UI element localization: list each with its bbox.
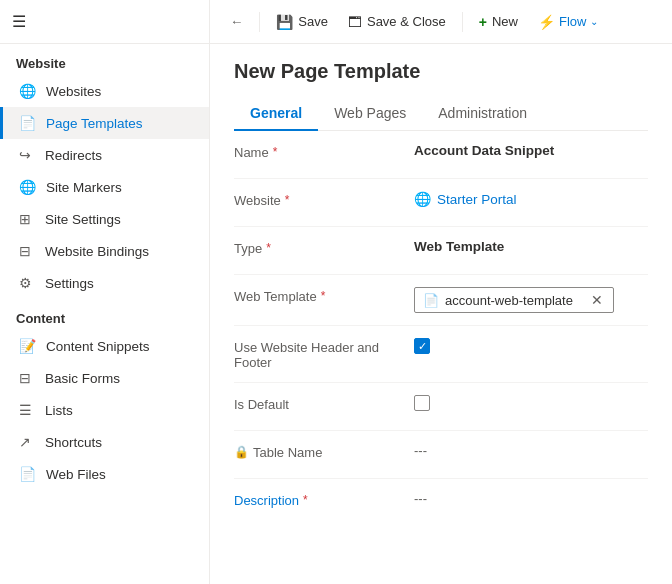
toolbar-divider-1	[259, 12, 260, 32]
is-default-label: Is Default	[234, 395, 414, 412]
description-required-star: *	[303, 493, 308, 507]
sidebar-item-site-markers-label: Site Markers	[46, 180, 122, 195]
globe-icon: 🌐	[19, 83, 36, 99]
sidebar-item-website-bindings[interactable]: ⊟ Website Bindings	[0, 235, 209, 267]
table-name-value: ---	[414, 443, 648, 458]
back-button[interactable]: ←	[222, 9, 251, 34]
back-icon: ←	[230, 14, 243, 29]
form-row-name: Name * Account Data Snippet	[234, 131, 648, 179]
flow-button[interactable]: ⚡ Flow ⌄	[530, 9, 606, 35]
globe-icon: 🌐	[414, 191, 431, 207]
lock-icon: 🔒	[234, 445, 249, 459]
type-required-star: *	[266, 241, 271, 255]
sidebar-section-content-label: Content	[0, 299, 209, 330]
name-value: Account Data Snippet	[414, 143, 648, 158]
is-default-checkbox[interactable]	[414, 395, 430, 411]
form-row-type: Type * Web Template	[234, 227, 648, 275]
save-label: Save	[298, 14, 328, 29]
description-dashes: ---	[414, 491, 427, 506]
sidebar-item-lists-label: Lists	[45, 403, 73, 418]
sidebar-item-page-templates-label: Page Templates	[46, 116, 143, 131]
save-icon: 💾	[276, 14, 293, 30]
snippets-icon: 📝	[19, 338, 36, 354]
sidebar-item-basic-forms[interactable]: ⊟ Basic Forms	[0, 362, 209, 394]
sidebar-section-website-label: Website	[0, 44, 209, 75]
sidebar-item-site-markers[interactable]: 🌐 Site Markers	[0, 171, 209, 203]
sidebar-item-shortcuts-label: Shortcuts	[45, 435, 102, 450]
sidebar: ☰ Website 🌐 Websites 📄 Page Templates ↪ …	[0, 0, 210, 584]
shortcuts-icon: ↗	[19, 434, 35, 450]
toolbar-divider-2	[462, 12, 463, 32]
sidebar-item-redirects[interactable]: ↪ Redirects	[0, 139, 209, 171]
sidebar-item-basic-forms-label: Basic Forms	[45, 371, 120, 386]
save-close-button[interactable]: 🗔 Save & Close	[340, 9, 454, 35]
sidebar-item-content-snippets[interactable]: 📝 Content Snippets	[0, 330, 209, 362]
name-required-star: *	[273, 145, 278, 159]
lists-icon: ☰	[19, 402, 35, 418]
hamburger-icon[interactable]: ☰	[12, 12, 26, 31]
sidebar-section-website: Website 🌐 Websites 📄 Page Templates ↪ Re…	[0, 44, 209, 299]
sidebar-header: ☰	[0, 0, 209, 44]
web-template-field[interactable]: 📄 account-web-template ✕	[414, 287, 614, 313]
web-template-required-star: *	[321, 289, 326, 303]
form-row-use-header-footer: Use Website Header and Footer ✓	[234, 326, 648, 383]
checkmark-icon: ✓	[418, 340, 427, 353]
sidebar-section-content: Content 📝 Content Snippets ⊟ Basic Forms…	[0, 299, 209, 490]
page-icon: 📄	[19, 115, 36, 131]
web-template-value: 📄 account-web-template ✕	[414, 287, 648, 313]
tab-general[interactable]: General	[234, 97, 318, 131]
sidebar-item-settings[interactable]: ⚙ Settings	[0, 267, 209, 299]
form-row-description: Description * ---	[234, 479, 648, 527]
tabs: General Web Pages Administration	[234, 97, 648, 131]
sidebar-item-website-bindings-label: Website Bindings	[45, 244, 149, 259]
website-label: Website *	[234, 191, 414, 208]
website-link-text: Starter Portal	[437, 192, 517, 207]
sidebar-item-websites[interactable]: 🌐 Websites	[0, 75, 209, 107]
form-row-table-name: 🔒 Table Name ---	[234, 431, 648, 479]
new-icon: +	[479, 14, 487, 30]
gear-icon: ⚙	[19, 275, 35, 291]
description-label: Description *	[234, 491, 414, 508]
toolbar: ← 💾 Save 🗔 Save & Close + New ⚡ Flow ⌄	[210, 0, 672, 44]
type-value: Web Template	[414, 239, 648, 254]
web-template-clear-button[interactable]: ✕	[589, 292, 605, 308]
use-header-footer-label: Use Website Header and Footer	[234, 338, 414, 370]
sidebar-item-lists[interactable]: ☰ Lists	[0, 394, 209, 426]
website-required-star: *	[285, 193, 290, 207]
web-files-icon: 📄	[19, 466, 36, 482]
sidebar-item-page-templates[interactable]: 📄 Page Templates	[0, 107, 209, 139]
sidebar-item-shortcuts[interactable]: ↗ Shortcuts	[0, 426, 209, 458]
sidebar-item-site-settings[interactable]: ⊞ Site Settings	[0, 203, 209, 235]
save-close-icon: 🗔	[348, 14, 362, 30]
web-template-label: Web Template *	[234, 287, 414, 304]
sidebar-item-websites-label: Websites	[46, 84, 101, 99]
description-value: ---	[414, 491, 648, 506]
save-close-label: Save & Close	[367, 14, 446, 29]
main-content: ← 💾 Save 🗔 Save & Close + New ⚡ Flow ⌄ N…	[210, 0, 672, 584]
type-label: Type *	[234, 239, 414, 256]
web-template-field-text: account-web-template	[445, 293, 583, 308]
sidebar-item-web-files[interactable]: 📄 Web Files	[0, 458, 209, 490]
sidebar-item-settings-label: Settings	[45, 276, 94, 291]
sidebar-item-web-files-label: Web Files	[46, 467, 106, 482]
sidebar-item-content-snippets-label: Content Snippets	[46, 339, 150, 354]
flow-label: Flow	[559, 14, 586, 29]
sidebar-item-redirects-label: Redirects	[45, 148, 102, 163]
redirect-icon: ↪	[19, 147, 35, 163]
form-area: Name * Account Data Snippet Website * 🌐 …	[234, 131, 648, 527]
flow-icon: ⚡	[538, 14, 555, 30]
use-header-footer-checkbox[interactable]: ✓	[414, 338, 430, 354]
is-default-value	[414, 395, 648, 411]
website-value[interactable]: 🌐 Starter Portal	[414, 191, 648, 207]
form-row-web-template: Web Template * 📄 account-web-template ✕	[234, 275, 648, 326]
table-name-label: 🔒 Table Name	[234, 443, 414, 460]
bindings-icon: ⊟	[19, 243, 35, 259]
tab-administration[interactable]: Administration	[422, 97, 543, 131]
table-name-dashes: ---	[414, 443, 427, 458]
save-button[interactable]: 💾 Save	[268, 9, 336, 35]
grid-icon: ⊞	[19, 211, 35, 227]
chevron-down-icon: ⌄	[590, 16, 598, 27]
forms-icon: ⊟	[19, 370, 35, 386]
new-button[interactable]: + New	[471, 9, 526, 35]
tab-web-pages[interactable]: Web Pages	[318, 97, 422, 131]
